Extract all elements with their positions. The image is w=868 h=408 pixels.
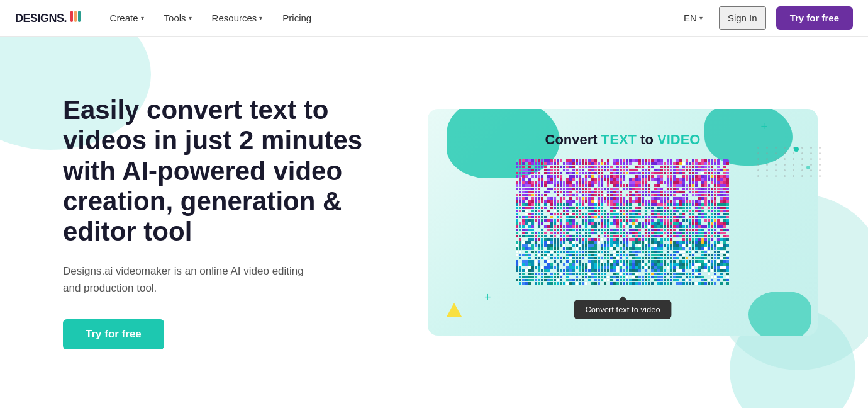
pixel-art-preview — [516, 159, 730, 285]
nav-resources[interactable]: Resources ▾ — [203, 8, 272, 28]
plus-decoration-2: + — [484, 291, 491, 304]
hero-subtitle: Designs.ai videomaker is an online AI vi… — [63, 263, 314, 297]
nav-right: EN ▾ Sign In Try for free — [677, 6, 853, 30]
dot-decoration-1 — [794, 147, 799, 152]
nav-links: Create ▾ Tools ▾ Resources ▾ Pricing — [101, 8, 678, 28]
hero-section: Easily convert text to videos in just 2 … — [0, 37, 868, 408]
pixel-canvas — [516, 159, 730, 285]
dot-grid-decoration — [757, 147, 824, 177]
chevron-down-icon: ▾ — [189, 14, 192, 21]
convert-heading: Convert TEXT to VIDEO — [545, 132, 701, 148]
plus-decoration: + — [760, 120, 767, 133]
logo[interactable]: DESIGNS. — [15, 11, 81, 25]
video-preview-card: + + Convert TEXT to VIDEO Convert text t… — [428, 109, 818, 336]
hero-left-content: Easily convert text to videos in just 2 … — [63, 95, 377, 349]
confetti-decoration — [447, 303, 462, 317]
blob-decoration-br — [748, 292, 811, 336]
logo-text: DESIGNS. — [15, 11, 81, 25]
chevron-down-icon: ▾ — [259, 14, 262, 21]
language-selector[interactable]: EN ▾ — [677, 9, 709, 27]
try-free-nav-button[interactable]: Try for free — [776, 6, 853, 30]
nav-create[interactable]: Create ▾ — [101, 8, 153, 28]
nav-pricing[interactable]: Pricing — [274, 8, 320, 28]
pixel-canvas-container — [516, 159, 730, 285]
nav-tools[interactable]: Tools ▾ — [155, 8, 201, 28]
logo-ai — [70, 11, 81, 22]
dot-decoration-2 — [806, 166, 810, 169]
convert-tooltip: Convert text to video — [574, 300, 671, 319]
navbar: DESIGNS. Create ▾ Tools ▾ Resources ▾ Pr… — [0, 0, 868, 37]
chevron-down-icon: ▾ — [141, 14, 144, 21]
hero-title: Easily convert text to videos in just 2 … — [63, 95, 377, 247]
chevron-down-icon: ▾ — [699, 14, 703, 21]
hero-right-content: + + Convert TEXT to VIDEO Convert text t… — [415, 109, 830, 336]
try-free-hero-button[interactable]: Try for free — [63, 319, 164, 349]
sign-in-button[interactable]: Sign In — [719, 6, 766, 30]
